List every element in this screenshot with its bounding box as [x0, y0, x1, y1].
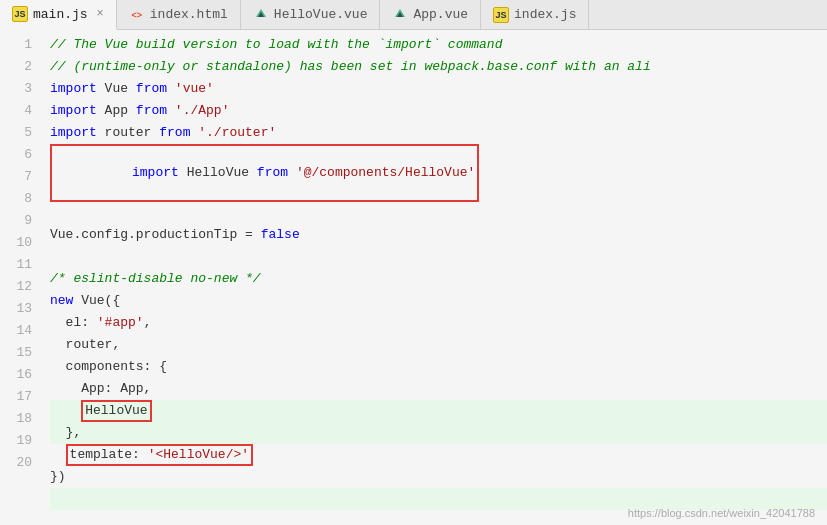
tab-bar: JS main.js × <> index.html HelloVue.vue [0, 0, 827, 30]
code-text: '#app' [97, 312, 144, 334]
line-num-17: 17 [6, 386, 32, 408]
line-num-15: 15 [6, 342, 32, 364]
line-num-11: 11 [6, 254, 32, 276]
code-text: router, [50, 334, 120, 356]
code-text: './router' [198, 122, 276, 144]
code-line-13: router, [50, 334, 827, 356]
code-text: HelloVue [179, 165, 257, 180]
line-numbers: 1 2 3 4 5 6 7 8 9 10 11 12 13 14 15 16 1… [0, 30, 42, 525]
code-text [50, 444, 66, 466]
code-text: el: [50, 312, 97, 334]
watermark: https://blog.csdn.net/weixin_42041788 [628, 507, 815, 519]
code-text: '<HelloVue/>' [148, 447, 249, 462]
line-num-2: 2 [6, 56, 32, 78]
code-line-8: Vue.config.productionTip = false [50, 224, 827, 246]
code-line-12: el: '#app', [50, 312, 827, 334]
code-text: from [257, 165, 288, 180]
code-line-10: /* eslint-disable no-new */ [50, 268, 827, 290]
redbox-line16: HelloVue [81, 400, 151, 422]
code-text: components: { [50, 356, 167, 378]
code-text: App [97, 100, 136, 122]
line-num-13: 13 [6, 298, 32, 320]
line-num-9: 9 [6, 210, 32, 232]
code-line-17: }, [50, 422, 827, 444]
code-text: Vue [97, 78, 136, 100]
code-line-18: template: '<HelloVue/>' [50, 444, 827, 466]
tab-hellovue-vue[interactable]: HelloVue.vue [241, 0, 381, 29]
code-text: new [50, 290, 73, 312]
code-text: from [136, 78, 167, 100]
code-text: template: [70, 447, 148, 462]
code-text [288, 165, 296, 180]
line-num-5: 5 [6, 122, 32, 144]
code-text [50, 400, 81, 422]
code-text: import [50, 100, 97, 122]
line-num-8: 8 [6, 188, 32, 210]
line-num-20: 20 [6, 452, 32, 474]
code-text: import [132, 165, 179, 180]
code-text: './App' [175, 100, 230, 122]
tab-app-vue[interactable]: App.vue [380, 0, 481, 29]
tab-label: index.html [150, 7, 228, 22]
tab-label: App.vue [413, 7, 468, 22]
code-line-14: components: { [50, 356, 827, 378]
close-icon[interactable]: × [97, 7, 104, 21]
redbox-line18: template: '<HelloVue/>' [66, 444, 253, 466]
code-text: }, [50, 422, 81, 444]
tab-main-js[interactable]: JS main.js × [0, 0, 117, 30]
editor-window: JS main.js × <> index.html HelloVue.vue [0, 0, 827, 525]
line-num-18: 18 [6, 408, 32, 430]
code-line-4: import App from './App' [50, 100, 827, 122]
line-num-7: 7 [6, 166, 32, 188]
code-line-15: App: App, [50, 378, 827, 400]
line-num-4: 4 [6, 100, 32, 122]
code-text: '@/components/HelloVue' [296, 165, 475, 180]
js-icon: JS [12, 6, 28, 22]
code-text: Vue({ [73, 290, 120, 312]
code-text: Vue.config.productionTip [50, 224, 245, 246]
tab-label: index.js [514, 7, 576, 22]
code-line-3: import Vue from 'vue' [50, 78, 827, 100]
code-line-7 [50, 202, 827, 224]
code-text: // (runtime-only or standalone) has been… [50, 56, 651, 78]
code-area: // The Vue build version to load with th… [42, 30, 827, 525]
code-line-6: import HelloVue from '@/components/Hello… [50, 144, 827, 202]
line-num-16: 16 [6, 364, 32, 386]
code-text [253, 224, 261, 246]
line-num-14: 14 [6, 320, 32, 342]
code-line-19: }) [50, 466, 827, 488]
vue-icon [253, 7, 269, 23]
tab-index-js[interactable]: JS index.js [481, 0, 589, 29]
code-text: from [136, 100, 167, 122]
html-icon: <> [129, 7, 145, 23]
code-line-5: import router from './router' [50, 122, 827, 144]
line-num-3: 3 [6, 78, 32, 100]
code-line-2: // (runtime-only or standalone) has been… [50, 56, 827, 78]
code-text [167, 100, 175, 122]
code-text: App: App, [50, 378, 151, 400]
code-text [190, 122, 198, 144]
code-line-1: // The Vue build version to load with th… [50, 34, 827, 56]
code-line-11: new Vue({ [50, 290, 827, 312]
line-num-10: 10 [6, 232, 32, 254]
js-icon: JS [493, 7, 509, 23]
code-line-9 [50, 246, 827, 268]
code-text: 'vue' [175, 78, 214, 100]
code-text: router [97, 122, 159, 144]
code-text: HelloVue [85, 403, 147, 418]
line-num-1: 1 [6, 34, 32, 56]
code-text: // The Vue build version to load with th… [50, 34, 502, 56]
code-text: /* eslint-disable no-new */ [50, 268, 261, 290]
tab-label: HelloVue.vue [274, 7, 368, 22]
code-text: false [261, 224, 300, 246]
editor-content: 1 2 3 4 5 6 7 8 9 10 11 12 13 14 15 16 1… [0, 30, 827, 525]
tab-label: main.js [33, 7, 88, 22]
line-num-12: 12 [6, 276, 32, 298]
code-text: , [144, 312, 152, 334]
redbox-line6: import HelloVue from '@/components/Hello… [50, 144, 479, 202]
code-text: from [159, 122, 190, 144]
line-num-6: 6 [6, 144, 32, 166]
vue-icon [392, 7, 408, 23]
code-text: }) [50, 466, 66, 488]
tab-index-html[interactable]: <> index.html [117, 0, 241, 29]
